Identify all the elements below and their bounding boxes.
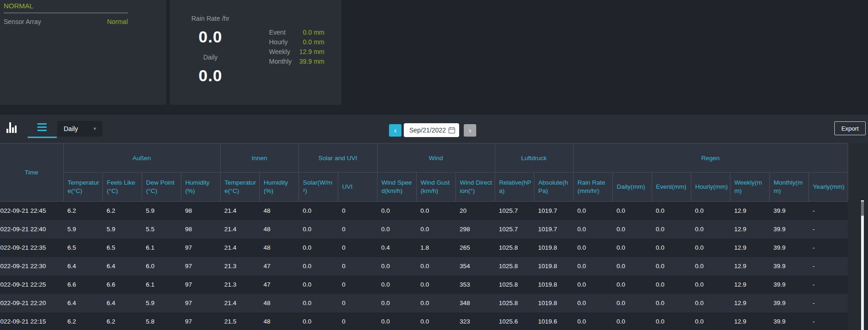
value-cell: 12.9 <box>730 202 769 220</box>
value-cell: 0.0 <box>573 257 612 276</box>
rain-rate-block: Rain Rate /hr 0.0 Daily 0.0 <box>175 15 245 85</box>
value-cell: 6.2 <box>102 202 142 220</box>
value-cell: 0.0 <box>299 294 338 312</box>
value-cell: 298 <box>455 220 495 239</box>
weather-history-table: TimeAußenInnenSolar and UVIWindLuftdruck… <box>0 143 848 330</box>
vertical-scrollbar-track[interactable] <box>861 200 864 330</box>
tab-chart-view[interactable] <box>6 122 18 134</box>
column-header: Humidity(%) <box>259 173 299 202</box>
rain-stat-value: 39.9 mm <box>299 57 324 66</box>
value-cell: 98 <box>181 220 220 239</box>
calendar-icon[interactable] <box>448 126 455 134</box>
group-header: Wind <box>377 144 495 173</box>
time-cell: 2022-09-21 22:45 <box>0 202 63 220</box>
value-cell: 1025.8 <box>495 239 534 257</box>
column-header: Temperature(°C) <box>63 173 102 202</box>
value-cell: 1025.8 <box>495 294 534 312</box>
value-cell: 39.9 <box>769 294 808 312</box>
value-cell: 47 <box>259 257 299 276</box>
value-cell: 0 <box>338 257 377 276</box>
rain-stat-row: Weekly 12.9 mm <box>269 47 324 57</box>
table-row: 2022-09-21 22:306.46.46.09721.3470.000.0… <box>0 257 848 276</box>
value-cell: 1025.7 <box>495 220 534 239</box>
column-header: Humidity(%) <box>181 173 220 202</box>
value-cell: 323 <box>455 312 495 330</box>
value-cell: 0.0 <box>691 220 730 239</box>
value-cell: 39.9 <box>769 239 808 257</box>
status-panel-title: NORMAL <box>0 0 166 10</box>
value-cell: 48 <box>259 239 299 257</box>
value-cell: - <box>808 257 848 276</box>
value-cell: 21.3 <box>220 257 259 276</box>
value-cell: 0.0 <box>416 202 455 220</box>
value-cell: - <box>808 202 848 220</box>
value-cell: 12.9 <box>730 257 769 276</box>
rain-panel: Rain Rate /hr 0.0 Daily 0.0 Event 0.0 mm… <box>170 0 341 105</box>
value-cell: 12.9 <box>730 312 769 330</box>
group-header: Regen <box>573 144 848 173</box>
value-cell: 1025.7 <box>495 202 534 220</box>
table-row: 2022-09-21 22:405.95.95.59821.4480.000.0… <box>0 220 848 239</box>
date-input[interactable]: Sep/21/2022 <box>404 123 459 137</box>
value-cell: 6.6 <box>102 276 142 294</box>
value-cell: 5.9 <box>102 220 142 239</box>
list-menu-icon <box>37 123 47 133</box>
value-cell: 0.0 <box>691 294 730 312</box>
interval-select-value: Daily <box>64 125 78 132</box>
status-divider <box>4 12 128 13</box>
column-header: Yearly(mm) <box>808 173 848 202</box>
value-cell: 0.0 <box>691 257 730 276</box>
prev-date-button[interactable]: ‹ <box>389 124 401 137</box>
value-cell: 0.0 <box>691 312 730 330</box>
value-cell: 0.0 <box>612 294 652 312</box>
value-cell: 6.2 <box>63 202 102 220</box>
value-cell: 0.0 <box>652 220 691 239</box>
tab-list-view[interactable] <box>28 114 57 143</box>
value-cell: 48 <box>259 202 299 220</box>
table-row: 2022-09-21 22:156.26.25.89721.5480.000.0… <box>0 312 848 330</box>
value-cell: 6.4 <box>63 294 102 312</box>
next-date-button[interactable]: › <box>464 124 476 137</box>
value-cell: 21.4 <box>220 239 259 257</box>
value-cell: - <box>808 294 848 312</box>
column-header: Event(mm) <box>652 173 691 202</box>
value-cell: 39.9 <box>769 257 808 276</box>
value-cell: 0 <box>338 294 377 312</box>
time-cell: 2022-09-21 22:20 <box>0 294 63 312</box>
value-cell: 1019.7 <box>534 202 573 220</box>
value-cell: 97 <box>181 312 220 330</box>
value-cell: 6.5 <box>63 239 102 257</box>
value-cell: 6.1 <box>142 276 181 294</box>
value-cell: 5.9 <box>142 202 181 220</box>
interval-select[interactable]: Daily ▼ <box>57 121 102 137</box>
column-header: Monthly(mm) <box>769 173 808 202</box>
value-cell: 0.0 <box>612 312 652 330</box>
value-cell: 6.5 <box>102 239 142 257</box>
time-cell: 2022-09-21 22:30 <box>0 257 63 276</box>
value-cell: 0.0 <box>612 239 652 257</box>
value-cell: 0.0 <box>652 239 691 257</box>
value-cell: 21.3 <box>220 276 259 294</box>
value-cell: 0.0 <box>691 276 730 294</box>
table-toolbar: Daily ▼ ‹ Sep/21/2022 › Export <box>0 114 868 143</box>
value-cell: 0.0 <box>377 220 416 239</box>
value-cell: 0.0 <box>573 312 612 330</box>
column-header: Dew Point(°C) <box>142 173 181 202</box>
value-cell: 1.8 <box>416 239 455 257</box>
value-cell: 1019.7 <box>534 220 573 239</box>
value-cell: 20 <box>455 202 495 220</box>
value-cell: 6.0 <box>142 257 181 276</box>
group-header: Solar and UVI <box>299 144 377 173</box>
value-cell: 0.0 <box>612 202 652 220</box>
bar-chart-icon <box>6 122 18 133</box>
value-cell: 0.0 <box>652 294 691 312</box>
column-header: Wind Direction(°) <box>455 173 495 202</box>
value-cell: 0.0 <box>612 220 652 239</box>
column-header: Solar(W/m²) <box>299 173 338 202</box>
export-button[interactable]: Export <box>834 121 866 135</box>
value-cell: 39.9 <box>769 276 808 294</box>
value-cell: 0.4 <box>377 239 416 257</box>
value-cell: 1019.8 <box>534 294 573 312</box>
time-column-header: Time <box>0 144 63 202</box>
vertical-scrollbar-thumb[interactable] <box>861 201 864 216</box>
